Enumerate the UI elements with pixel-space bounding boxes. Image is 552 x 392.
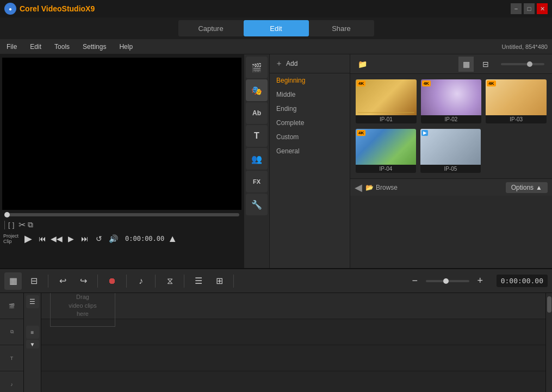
split-button[interactable]: ⧖: [161, 272, 178, 290]
audio-button[interactable]: ♪: [132, 272, 150, 290]
app-title: Corel VideoStudioX9: [20, 4, 95, 13]
badge-ip04: 4K: [357, 130, 365, 136]
go-end-button[interactable]: ⏭: [78, 232, 91, 245]
sidebar-icon-media[interactable]: 🎬: [246, 57, 268, 78]
sidebar-icon-text[interactable]: T: [246, 125, 268, 147]
media-toolbar: 📁 ▦ ⊟: [350, 54, 552, 74]
step-fwd-button[interactable]: ▶: [64, 232, 77, 245]
media-item-ip05[interactable]: ▶ IP-05: [420, 129, 481, 173]
add-button[interactable]: ＋ Add: [270, 54, 350, 73]
toolbar-separator-6: [233, 275, 234, 288]
options-button[interactable]: Options ▲: [506, 182, 548, 193]
scrollbar-thumb[interactable]: [547, 296, 551, 313]
toolbar-separator-5: [184, 275, 184, 288]
tab-capture[interactable]: Capture: [178, 20, 244, 36]
menu-file[interactable]: File: [4, 42, 19, 52]
media-thumb-ip01: 4K: [356, 79, 417, 115]
repeat-button[interactable]: ↺: [92, 232, 106, 245]
drag-drop-zone[interactable]: Dragvideo clipshere: [50, 293, 115, 327]
options-chevron: ▲: [536, 184, 542, 191]
category-complete[interactable]: Complete: [270, 116, 350, 130]
category-custom[interactable]: Custom: [270, 130, 350, 144]
track-row-audio: [41, 371, 545, 392]
media-label-ip05: IP-05: [420, 165, 481, 173]
zoom-out-button[interactable]: −: [406, 272, 424, 290]
bracket-in[interactable]: [: [8, 221, 10, 229]
browse-button[interactable]: 📂 Browse: [365, 184, 398, 191]
view-list-button[interactable]: ⊟: [478, 57, 493, 72]
category-beginning[interactable]: Beginning: [270, 73, 350, 88]
step-back-button[interactable]: ◀◀: [50, 232, 63, 245]
timecode-display: 0:00:00.00: [125, 235, 164, 242]
tab-edit[interactable]: Edit: [244, 20, 309, 36]
timecode-arrow-up[interactable]: ▲: [168, 233, 177, 245]
track-label-a: ♪: [10, 382, 13, 387]
zoom-in-button[interactable]: +: [472, 272, 489, 290]
track-toggle-icon[interactable]: ≡: [26, 326, 39, 339]
badge-ip03: 4K: [487, 80, 495, 86]
redo-button[interactable]: ↪: [75, 272, 92, 290]
play-button[interactable]: ▶: [22, 232, 35, 245]
track-row-title: [41, 345, 545, 371]
volume-button[interactable]: 🔊: [107, 232, 120, 245]
close-button[interactable]: ✕: [537, 3, 548, 14]
go-start-button[interactable]: ⏮: [36, 232, 49, 245]
media-item-ip03[interactable]: 4K IP-03: [486, 79, 547, 123]
view-thumbnail-button[interactable]: ▦: [458, 57, 474, 72]
media-thumb-ip05: ▶: [420, 129, 481, 165]
minimize-button[interactable]: −: [511, 3, 522, 14]
maximize-button[interactable]: □: [524, 3, 535, 14]
menu-edit[interactable]: Edit: [28, 42, 44, 52]
media-grid-row2: 4K IP-04 ▶ IP-05: [350, 129, 552, 178]
track-button[interactable]: ☰: [190, 272, 207, 290]
sidebar-icon-tools[interactable]: 🔧: [246, 194, 268, 215]
clip-label: Clip: [3, 239, 18, 244]
title-main: VideoStudio: [41, 4, 85, 13]
category-middle[interactable]: Middle: [270, 88, 350, 102]
zoom-handle[interactable]: [443, 278, 449, 284]
menu-help[interactable]: Help: [117, 42, 135, 52]
size-slider-handle[interactable]: [527, 61, 532, 67]
timeline-scrollbar[interactable]: [545, 293, 552, 392]
copy-button[interactable]: ⧉: [28, 220, 33, 229]
track-label-o: ⧉: [10, 329, 14, 335]
media-panel: 📁 ▦ ⊟ 4K IP-01 4K IP-02: [350, 54, 552, 268]
menu-tools[interactable]: Tools: [52, 42, 72, 52]
tab-share[interactable]: Share: [309, 20, 374, 36]
media-item-ip01[interactable]: 4K IP-01: [356, 79, 417, 123]
browse-bar: ◀ 📂 Browse Options ▲: [350, 178, 552, 196]
sidebar-icon-overlay[interactable]: 👥: [246, 148, 268, 170]
category-ending[interactable]: Ending: [270, 102, 350, 116]
zoom-slider[interactable]: [426, 280, 469, 282]
media-item-ip02[interactable]: 4K IP-02: [421, 79, 482, 123]
category-general[interactable]: General: [270, 144, 350, 158]
bracket-row: [ ] ✂ ⧉: [0, 220, 244, 230]
bracket-out[interactable]: ]: [13, 221, 15, 229]
add-label: Add: [286, 60, 297, 67]
undo-button[interactable]: ↩: [54, 272, 71, 290]
track-down-icon[interactable]: ▼: [26, 340, 39, 349]
sidebar-icon-fx[interactable]: FX: [246, 171, 268, 192]
record-button[interactable]: ⏺: [103, 272, 121, 290]
folder-button[interactable]: 📁: [355, 57, 370, 72]
progress-handle[interactable]: [4, 212, 10, 217]
options-label: Options: [511, 184, 534, 191]
cut-button[interactable]: ✂: [18, 220, 26, 230]
grid-button[interactable]: ⊞: [210, 272, 228, 290]
media-item-ip04[interactable]: 4K IP-04: [356, 129, 416, 173]
storyboard-view-button[interactable]: ⊟: [25, 272, 42, 290]
arrow-left-button[interactable]: ◀: [355, 182, 362, 194]
sidebar-icon-title[interactable]: Ab: [246, 102, 268, 124]
timeline-view-button[interactable]: ▦: [4, 272, 22, 290]
sidebar-icon-effects[interactable]: 🎭: [246, 79, 268, 101]
browse-icon: 📂: [365, 184, 374, 191]
track-label-audio: ♪: [0, 371, 23, 392]
menu-settings[interactable]: Settings: [80, 42, 108, 52]
menu-bar: File Edit Tools Settings Help Untitled, …: [0, 39, 552, 54]
timeline-toolbar: ▦ ⊟ ↩ ↪ ⏺ ♪ ⧖ ☰ ⊞ − + 0:00:00.00: [0, 269, 552, 293]
track-settings-icon[interactable]: ☰: [26, 295, 39, 308]
title-bar: ● Corel VideoStudioX9 − □ ✕: [0, 0, 552, 17]
toolbar-separator-2: [97, 275, 98, 288]
add-icon: ＋: [275, 59, 283, 69]
progress-bar[interactable]: [4, 213, 239, 216]
